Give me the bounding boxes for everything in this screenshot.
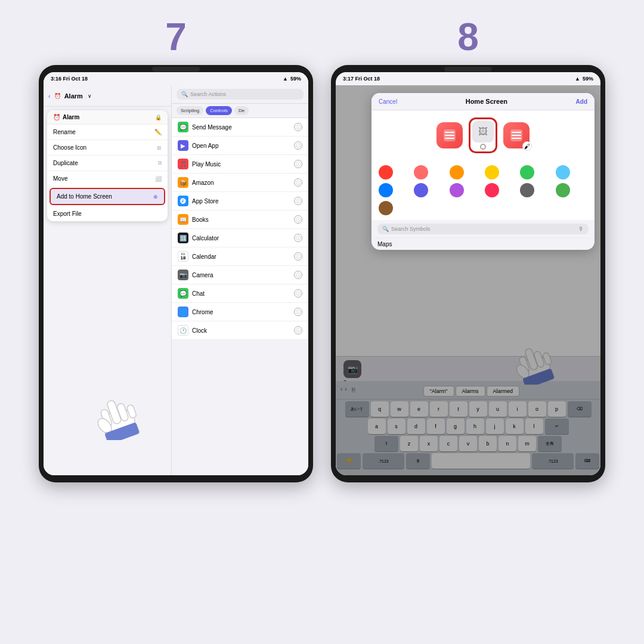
photo-placeholder: 🖼 <box>472 121 494 143</box>
info-btn-as[interactable]: ⓘ <box>294 197 302 205</box>
lock-icon-7: 🔒 <box>155 114 162 120</box>
action-list-7: 💬 Send Message ⓘ ▶ Open App ⓘ <box>172 118 308 475</box>
filter-scripting[interactable]: Scripting <box>177 106 203 115</box>
color-violet[interactable] <box>450 183 464 197</box>
nav-bar-7: ‹ ⏰ Alarm ∨ <box>44 85 171 107</box>
info-btn-oa[interactable]: ⓘ <box>294 141 302 150</box>
color-orange[interactable] <box>450 165 464 179</box>
filter-controls[interactable]: Controls <box>206 106 232 115</box>
icon-radio[interactable] <box>480 144 486 150</box>
color-brown[interactable] <box>379 201 393 215</box>
action-books[interactable]: 📖 Books ⓘ <box>172 210 308 229</box>
move-icon: ⬜ <box>155 176 162 182</box>
menu-item-export[interactable]: Export File <box>47 206 168 221</box>
color-green[interactable] <box>520 165 534 179</box>
step8-ipad-frame: 3:17 Fri Oct 18 ▲ 59% Cancel Home Screen… <box>331 65 605 482</box>
chrome-label: Chrome <box>192 309 213 315</box>
status-right-8: ▲ 59% <box>575 76 593 82</box>
alarm-icon-7: ⏰ <box>54 93 61 99</box>
status-bar-8: 3:17 Fri Oct 18 ▲ 59% <box>336 72 600 85</box>
svg-rect-14 <box>512 138 521 139</box>
alarm-title-7: Alarm <box>64 92 83 100</box>
action-amazon[interactable]: 📦 Amazon ⓘ <box>172 174 308 192</box>
color-pink[interactable] <box>485 183 499 197</box>
search-icon-symbols: 🔍 <box>382 226 389 232</box>
camera-label: Camera <box>192 272 213 278</box>
info-btn-calc[interactable]: ⓘ <box>294 234 302 242</box>
step8-ipad-screen: 3:17 Fri Oct 18 ▲ 59% Cancel Home Screen… <box>336 72 600 475</box>
action-clock[interactable]: 🕐 Clock ⓘ <box>172 321 308 340</box>
filter-de[interactable]: De <box>234 106 249 115</box>
color-dark-green[interactable] <box>556 183 570 197</box>
context-menu-header-7: ⏰ Alarm 🔒 <box>47 110 168 125</box>
color-gray[interactable] <box>520 183 534 197</box>
modal-cancel-btn[interactable]: Cancel <box>379 98 397 105</box>
info-btn-ch[interactable]: ⓘ <box>294 289 302 298</box>
info-btn-sm[interactable]: ⓘ <box>294 123 302 131</box>
clock-icon: 🕐 <box>178 325 188 336</box>
alarm-icon-menu: ⏰ <box>53 114 60 120</box>
color-red[interactable] <box>379 165 393 179</box>
send-message-icon: 💬 <box>178 122 188 132</box>
action-app-store[interactable]: 🅐 App Store ⓘ <box>172 192 308 210</box>
svg-rect-13 <box>512 135 521 136</box>
action-left-az: 📦 Amazon <box>178 177 214 188</box>
context-menu-7: ⏰ Alarm 🔒 Rename ✏️ Choos <box>47 110 168 221</box>
search-bar-7[interactable]: 🔍 Search Actions <box>177 89 304 100</box>
camera-icon-7: 📷 <box>178 270 188 280</box>
battery-8: 59% <box>583 76 593 82</box>
color-light-blue[interactable] <box>556 165 570 179</box>
action-calendar[interactable]: Fri 18 Calendar ⓘ <box>172 247 308 266</box>
symbol-search[interactable]: 🔍 Search Symbols 🎙 <box>377 224 589 234</box>
time-7: 3:16 Fri Oct 18 <box>51 76 88 82</box>
add-home-icon: ⊕ <box>153 194 158 200</box>
modal-add-btn[interactable]: Add <box>576 98 587 105</box>
back-arrow-7[interactable]: ‹ <box>48 92 51 100</box>
right-panel-7: 🔍 Search Actions Scripting Controls De <box>172 85 308 475</box>
mic-icon-symbols: 🎙 <box>578 226 584 232</box>
step7-number: 7 <box>165 18 187 56</box>
status-right-7: ▲ 59% <box>283 76 301 82</box>
menu-item-duplicate[interactable]: Duplicate ⧉ <box>47 156 168 171</box>
symbol-search-inner: 🔍 Search Symbols <box>382 226 431 232</box>
choose-icon-label: Choose Icon <box>53 144 86 151</box>
info-btn-cr[interactable]: ⓘ <box>294 308 302 316</box>
color-blue[interactable] <box>379 183 393 197</box>
amazon-label: Amazon <box>192 179 214 186</box>
status-bar-7: 3:16 Fri Oct 18 ▲ 59% <box>44 72 308 85</box>
info-btn-bk[interactable]: ⓘ <box>294 215 302 224</box>
action-play-music[interactable]: 🎵 Play Music ⓘ <box>172 155 308 174</box>
paintbrush-icon: 🖌 <box>522 141 532 151</box>
action-open-app[interactable]: ▶ Open App ⓘ <box>172 137 308 155</box>
menu-item-choose-icon[interactable]: Choose Icon ⊞ <box>47 140 168 156</box>
books-label: Books <box>192 216 209 223</box>
svg-rect-9 <box>445 135 454 136</box>
icon-selector[interactable]: 🖼 <box>469 117 497 153</box>
info-btn-az[interactable]: ⓘ <box>294 178 302 187</box>
export-label: Export File <box>53 210 82 217</box>
menu-item-move[interactable]: Move ⬜ <box>47 171 168 187</box>
action-left-cl: 🕐 Clock <box>178 325 207 336</box>
info-btn-cam[interactable]: ⓘ <box>294 271 302 279</box>
home-screen-modal: Cancel Home Screen Add <box>371 93 595 250</box>
action-chat[interactable]: 💬 Chat ⓘ <box>172 284 308 303</box>
action-send-message[interactable]: 💬 Send Message ⓘ <box>172 118 308 137</box>
color-yellow[interactable] <box>485 165 499 179</box>
action-calculator[interactable]: 🔢 Calculator ⓘ <box>172 229 308 247</box>
color-purple[interactable] <box>414 183 428 197</box>
svg-rect-8 <box>445 132 454 133</box>
menu-item-rename[interactable]: Rename ✏️ <box>47 125 168 140</box>
color-grid <box>371 160 595 220</box>
rename-label: Rename <box>53 129 76 135</box>
menu-item-add-home[interactable]: Add to Home Screen ⊕ <box>49 188 165 205</box>
action-camera[interactable]: 📷 Camera ⓘ <box>172 266 308 284</box>
info-btn-cal[interactable]: ⓘ <box>294 252 302 261</box>
info-btn-pm[interactable]: ⓘ <box>294 160 302 168</box>
action-chrome[interactable]: 🌐 Chrome ⓘ <box>172 303 308 321</box>
color-pink-red[interactable] <box>414 165 428 179</box>
alarm-name-menu: Alarm <box>63 114 79 120</box>
info-btn-cl[interactable]: ⓘ <box>294 326 302 335</box>
main-container: 7 3:16 Fri Oct 18 ▲ 59% ‹ <box>0 0 644 482</box>
app-store-icon: 🅐 <box>178 196 188 206</box>
step8-block: 8 3:17 Fri Oct 18 ▲ 59% Cancel <box>331 18 605 482</box>
